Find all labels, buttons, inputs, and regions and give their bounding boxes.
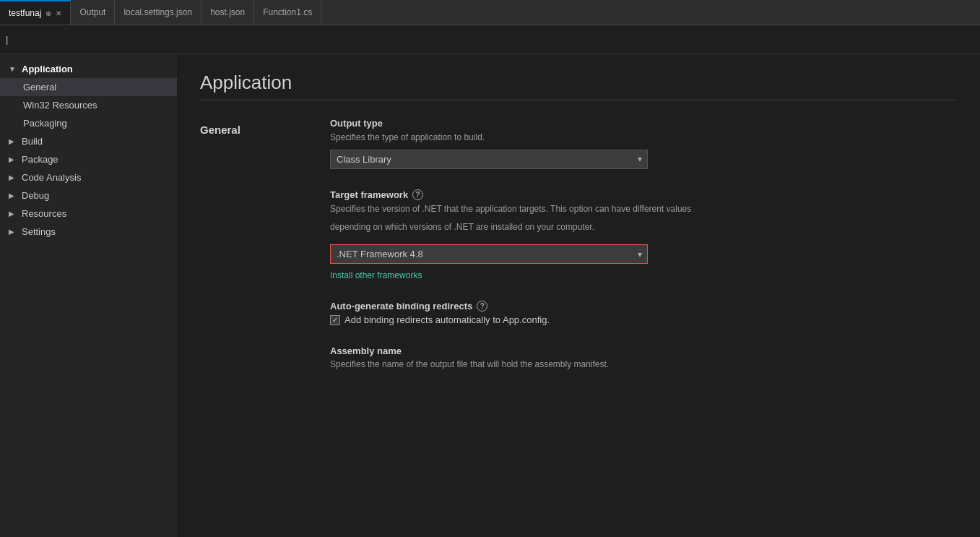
tab-bar: testfunaj ⊕ ✕ Output local.settings.json… bbox=[0, 0, 980, 25]
assembly-name-group: Assembly name Specifies the name of the … bbox=[330, 345, 893, 369]
auto-generate-checkbox[interactable]: ✓ bbox=[330, 315, 340, 325]
chevron-right-icon: ▶ bbox=[9, 192, 17, 199]
chevron-right-icon: ▶ bbox=[9, 155, 17, 163]
sidebar-item-win32-resources[interactable]: Win32 Resources bbox=[0, 96, 177, 114]
install-link-wrapper: Install other frameworks bbox=[330, 270, 893, 280]
sidebar-item-settings[interactable]: ▶ Settings bbox=[0, 223, 177, 241]
tab-testfunaj[interactable]: testfunaj ⊕ ✕ bbox=[0, 0, 71, 25]
chevron-right-icon: ▶ bbox=[9, 210, 17, 218]
close-icon[interactable]: ✕ bbox=[56, 9, 61, 17]
main-layout: ▼ Application General Win32 Resources Pa… bbox=[0, 54, 980, 537]
tab-host-json[interactable]: host.json bbox=[201, 0, 254, 25]
tab-label: Output bbox=[79, 7, 105, 17]
pin-icon[interactable]: ⊕ bbox=[45, 9, 51, 17]
target-framework-text: Target framework bbox=[330, 189, 408, 200]
sidebar-item-label: Package bbox=[22, 154, 58, 165]
sidebar-item-debug[interactable]: ▶ Debug bbox=[0, 186, 177, 205]
auto-generate-text: Auto-generate binding redirects bbox=[330, 301, 472, 312]
search-bar bbox=[0, 25, 980, 54]
settings-content: Output type Specifies the type of applic… bbox=[330, 118, 893, 390]
chevron-down-icon: ▼ bbox=[9, 65, 17, 73]
target-framework-group: Target framework ? Specifies the version… bbox=[330, 189, 893, 281]
target-framework-desc-1: Specifies the version of .NET that the a… bbox=[330, 203, 893, 215]
tab-label: local.settings.json bbox=[123, 7, 192, 17]
auto-generate-label: Auto-generate binding redirects ? bbox=[330, 301, 893, 312]
target-framework-select[interactable]: .NET Framework 4.8 .NET Framework 4.7.2 … bbox=[330, 244, 648, 264]
checkmark-icon: ✓ bbox=[332, 316, 338, 324]
sidebar-item-label: Win32 Resources bbox=[23, 100, 97, 111]
target-framework-desc-2: depending on which versions of .NET are … bbox=[330, 221, 893, 233]
target-framework-label: Target framework ? bbox=[330, 189, 893, 200]
sidebar-item-general[interactable]: General bbox=[0, 78, 177, 96]
sidebar-item-label: Packaging bbox=[23, 118, 67, 129]
auto-generate-group: Auto-generate binding redirects ? ✓ Add … bbox=[330, 301, 893, 325]
tab-output[interactable]: Output bbox=[71, 0, 115, 25]
assembly-name-label: Assembly name bbox=[330, 345, 893, 356]
content-layout: General Output type Specifies the type o… bbox=[200, 118, 957, 390]
sidebar-item-packaging[interactable]: Packaging bbox=[0, 114, 177, 132]
chevron-right-icon: ▶ bbox=[9, 228, 17, 236]
tab-label: Function1.cs bbox=[263, 7, 312, 17]
search-input[interactable] bbox=[6, 34, 974, 45]
sidebar-item-label: Settings bbox=[22, 226, 56, 237]
sidebar-item-label: Debug bbox=[22, 190, 49, 201]
tab-label: testfunaj bbox=[9, 8, 41, 18]
auto-generate-help-icon[interactable]: ? bbox=[477, 301, 487, 312]
section-label-col: General bbox=[200, 118, 330, 390]
content-divider bbox=[200, 100, 957, 100]
sidebar-item-resources[interactable]: ▶ Resources bbox=[0, 205, 177, 223]
sidebar-item-package[interactable]: ▶ Package bbox=[0, 150, 177, 168]
output-type-select[interactable]: Console Application Windows Application … bbox=[330, 150, 648, 169]
tab-local-settings[interactable]: local.settings.json bbox=[115, 0, 201, 25]
target-framework-select-wrapper: .NET Framework 4.8 .NET Framework 4.7.2 … bbox=[330, 244, 648, 264]
sidebar-item-build[interactable]: ▶ Build bbox=[0, 132, 177, 150]
tab-label: host.json bbox=[210, 7, 245, 17]
page-title: Application bbox=[200, 72, 957, 94]
sidebar-item-label: Application bbox=[22, 64, 73, 74]
auto-generate-checkbox-row: ✓ Add binding redirects automatically to… bbox=[330, 314, 893, 325]
sidebar-item-code-analysis[interactable]: ▶ Code Analysis bbox=[0, 168, 177, 186]
install-other-frameworks-link[interactable]: Install other frameworks bbox=[330, 270, 422, 280]
help-icon[interactable]: ? bbox=[412, 189, 423, 200]
output-type-label: Output type bbox=[330, 118, 893, 129]
chevron-right-icon: ▶ bbox=[9, 173, 17, 181]
output-type-select-wrapper: Console Application Windows Application … bbox=[330, 150, 648, 169]
auto-generate-checkbox-label: Add binding redirects automatically to A… bbox=[344, 314, 550, 325]
assembly-name-desc: Specifies the name of the output file th… bbox=[330, 359, 893, 369]
sidebar: ▼ Application General Win32 Resources Pa… bbox=[0, 54, 177, 537]
sidebar-item-label: Code Analysis bbox=[22, 172, 81, 183]
content-area: Application General Output type Specifie… bbox=[177, 54, 980, 537]
chevron-right-icon: ▶ bbox=[9, 137, 17, 145]
sidebar-item-application[interactable]: ▼ Application bbox=[0, 60, 177, 78]
sidebar-item-label: Resources bbox=[22, 208, 66, 219]
sidebar-item-label: General bbox=[23, 82, 56, 93]
output-type-desc: Specifies the type of application to bui… bbox=[330, 132, 893, 144]
section-title: General bbox=[200, 121, 330, 136]
tab-function1-cs[interactable]: Function1.cs bbox=[254, 0, 321, 25]
output-type-group: Output type Specifies the type of applic… bbox=[330, 118, 893, 169]
sidebar-item-label: Build bbox=[22, 136, 43, 147]
